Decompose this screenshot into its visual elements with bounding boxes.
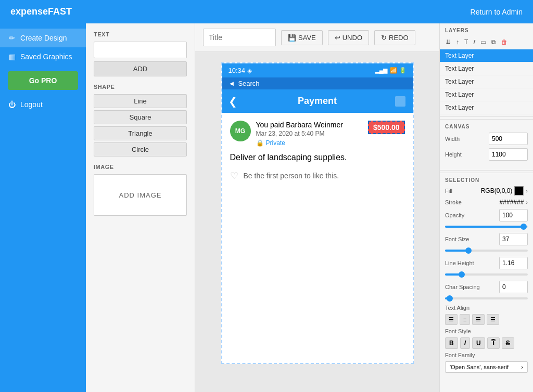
avatar: MG (230, 121, 251, 141)
opacity-slider-container (445, 225, 528, 229)
align-center-button[interactable]: ≡ (460, 314, 470, 325)
layer-text-button[interactable]: T (463, 37, 469, 47)
sidebar-item-saved-graphics[interactable]: ▦ Saved Graphics (0, 47, 86, 66)
line-height-input[interactable] (499, 257, 528, 269)
text-section-label: TEXT (94, 31, 187, 37)
layer-item-2[interactable]: Text Layer (440, 75, 533, 88)
text-add-button[interactable]: ADD (94, 61, 187, 76)
layer-square-button[interactable]: ▭ (479, 37, 488, 47)
go-pro-button[interactable]: Go PRO (8, 71, 78, 90)
tools-panel: TEXT ADD SHAPE Line Square Triangle Circ… (86, 23, 195, 392)
char-spacing-thumb[interactable] (447, 295, 453, 302)
phone-header-title: Payment (298, 96, 337, 107)
align-right-button[interactable]: ☰ (472, 314, 485, 325)
strikethrough-button[interactable]: S (502, 337, 514, 349)
text-align-label: Text Align (445, 305, 469, 311)
location-icon: ◈ (247, 67, 252, 74)
layer-up-button[interactable]: ↑ (454, 37, 461, 47)
phone-payment-header: ❮ Payment (222, 89, 413, 113)
fill-color-box[interactable] (514, 186, 524, 195)
text-input-field[interactable] (94, 42, 187, 58)
pencil-icon: ✏ (8, 34, 16, 42)
phone-canvas[interactable]: 10:34 ◈ ▂▄▆ 📶 🔋 ◄ Search ❮ (221, 62, 414, 364)
sidebar-item-logout[interactable]: ⏻ Logout (0, 95, 86, 114)
canvas-viewport[interactable]: 10:34 ◈ ▂▄▆ 📶 🔋 ◄ Search ❮ (195, 52, 439, 392)
grid-icon: ▦ (8, 53, 16, 61)
line-height-label: Line Height (445, 260, 474, 266)
redo-icon: ↻ (381, 34, 387, 42)
layer-item-3[interactable]: Text Layer (440, 88, 533, 101)
font-style-buttons: B I U T̄ S (445, 337, 528, 349)
divider-1 (440, 116, 533, 117)
opacity-input[interactable] (499, 209, 528, 221)
char-spacing-track (445, 297, 528, 299)
font-style-label-row: Font Style (445, 328, 528, 334)
sidebar-item-create-design[interactable]: ✏ Create Design (0, 29, 86, 47)
underline-button[interactable]: U (472, 337, 485, 349)
font-style-label: Font Style (445, 328, 471, 334)
menu-icon (395, 96, 405, 107)
align-left-button[interactable]: ☰ (445, 314, 458, 325)
text-align-buttons: ☰ ≡ ☰ ☰ (445, 314, 528, 325)
font-size-input[interactable] (499, 233, 528, 245)
font-size-thumb[interactable] (465, 247, 472, 254)
height-input[interactable] (489, 148, 528, 161)
canvas-height-row: Height (445, 148, 528, 161)
stroke-value: ####### (500, 199, 524, 206)
shape-line-button[interactable]: Line (94, 94, 187, 108)
canvas-props: CANVAS Width Height (440, 119, 533, 168)
layers-label: LAYERS (440, 23, 533, 35)
layer-copy-button[interactable]: ⧉ (490, 37, 498, 47)
phone-back-button[interactable]: ❮ (229, 95, 237, 108)
redo-button[interactable]: ↻ REDO (374, 30, 415, 45)
shape-triangle-button[interactable]: Triangle (94, 126, 187, 140)
status-left: 10:34 ◈ (229, 67, 252, 74)
title-input[interactable] (203, 29, 276, 46)
save-button[interactable]: 💾 SAVE (281, 30, 323, 45)
phone-search-bar: ◄ Search (222, 77, 413, 89)
opacity-label: Opacity (445, 212, 464, 218)
shape-circle-button[interactable]: Circle (94, 142, 187, 156)
width-input[interactable] (489, 133, 528, 145)
app-header: expenseFAST Return to Admin (0, 0, 533, 23)
fill-label: Fill (445, 188, 452, 194)
layer-item-1[interactable]: Text Layer (440, 62, 533, 75)
font-family-button[interactable]: 'Open Sans', sans-serif › (445, 361, 528, 373)
sidebar: ✏ Create Design ▦ Saved Graphics Go PRO … (0, 23, 86, 392)
layer-item-4[interactable]: Text Layer (440, 101, 533, 114)
opacity-slider-thumb[interactable] (521, 224, 527, 230)
char-spacing-input[interactable] (499, 281, 528, 293)
layer-item-0[interactable]: Text Layer (440, 49, 533, 62)
stroke-expand-icon[interactable]: › (526, 199, 528, 205)
layer-italic-button[interactable]: 𝐼 (472, 37, 477, 47)
status-time: 10:34 (229, 67, 246, 74)
italic-button[interactable]: I (460, 337, 470, 349)
return-to-admin-link[interactable]: Return to Admin (471, 8, 523, 16)
shape-square-button[interactable]: Square (94, 110, 187, 124)
power-icon: ⏻ (8, 100, 16, 109)
undo-button[interactable]: ↩ UNDO (328, 30, 369, 45)
align-justify-button[interactable]: ☰ (487, 314, 499, 325)
fill-expand-icon[interactable]: › (526, 188, 528, 194)
canvas-section-label: CANVAS (445, 124, 528, 133)
save-icon: 💾 (288, 34, 296, 42)
overline-button[interactable]: T̄ (487, 337, 500, 349)
undo-icon: ↩ (335, 34, 340, 42)
line-height-thumb[interactable] (459, 271, 465, 278)
font-size-row: Font Size (445, 233, 528, 245)
wifi-icon: 📶 (390, 67, 397, 74)
opacity-row: Opacity (445, 209, 528, 221)
like-row: ♡ Be the first person to like this. (230, 170, 405, 181)
font-family-arrow-icon: › (521, 364, 523, 370)
payment-amount: $500.00 (368, 121, 405, 134)
bold-button[interactable]: B (445, 337, 458, 349)
font-family-value: 'Open Sans', sans-serif (450, 364, 509, 370)
payment-private: 🔒 Private (256, 139, 363, 147)
phone-status-bar: 10:34 ◈ ▂▄▆ 📶 🔋 (222, 63, 413, 77)
layer-to-bottom-button[interactable]: ⇊ (444, 37, 452, 47)
font-size-fill (445, 250, 468, 252)
payment-date: Mar 23, 2020 at 5:40 PM (256, 130, 363, 137)
layers-toolbar: ⇊ ↑ T 𝐼 ▭ ⧉ 🗑 (440, 35, 533, 49)
add-image-button[interactable]: ADD IMAGE (94, 174, 187, 216)
layer-delete-button[interactable]: 🗑 (500, 37, 509, 47)
